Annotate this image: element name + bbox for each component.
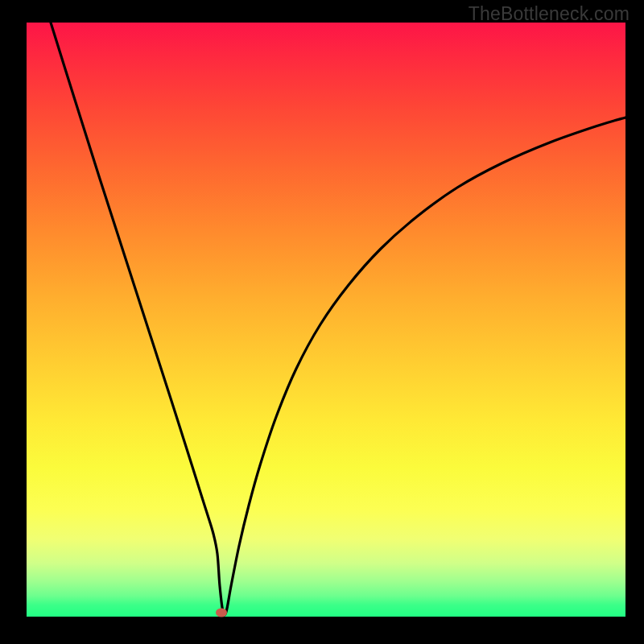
plot-area — [27, 23, 625, 617]
minimum-marker-dot — [216, 609, 227, 617]
line-curve — [51, 23, 625, 615]
curve-svg — [27, 23, 625, 617]
watermark-text: TheBottleneck.com — [469, 3, 630, 25]
chart-container: TheBottleneck.com — [0, 0, 644, 644]
